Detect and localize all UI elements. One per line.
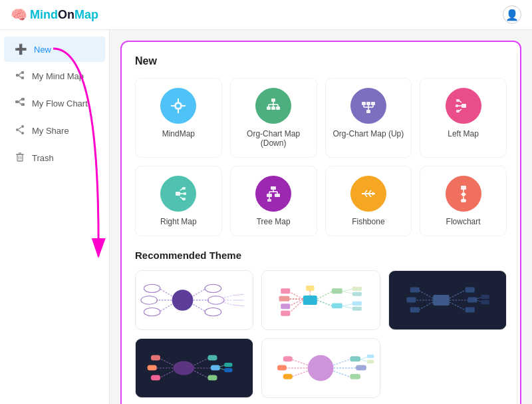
svg-rect-2 — [21, 77, 24, 79]
sidebar-item-my-share[interactable]: My Share — [4, 118, 105, 144]
map-item-fishbone[interactable]: Fishbone — [325, 166, 412, 236]
map-item-org-chart-up[interactable]: Org-Chart Map (Up) — [325, 78, 412, 158]
svg-rect-169 — [283, 374, 293, 379]
svg-marker-76 — [461, 192, 466, 197]
svg-rect-172 — [350, 374, 361, 379]
svg-rect-136 — [465, 307, 474, 313]
svg-rect-140 — [481, 300, 489, 304]
mindmap-label: MindMap — [162, 129, 195, 138]
svg-point-12 — [16, 128, 19, 131]
sidebar-label-flow-chart: My Flow Chart — [32, 99, 88, 108]
map-item-flowchart[interactable]: Flowchart — [420, 166, 507, 236]
map-item-mindmap[interactable]: MindMap — [135, 78, 222, 158]
right-map-label: Right Map — [160, 217, 197, 226]
svg-rect-65 — [275, 194, 280, 197]
theme-grid — [135, 270, 507, 398]
svg-rect-74 — [461, 186, 466, 190]
svg-point-80 — [172, 290, 194, 311]
svg-rect-6 — [21, 98, 25, 101]
svg-rect-170 — [350, 356, 361, 361]
svg-rect-50 — [456, 104, 458, 107]
svg-rect-151 — [151, 375, 160, 381]
map-item-right-map[interactable]: Right Map — [135, 166, 222, 236]
svg-rect-1 — [21, 71, 24, 74]
svg-rect-113 — [332, 303, 342, 308]
svg-rect-27 — [271, 99, 275, 102]
right-map-icon — [160, 176, 196, 212]
theme-card-5[interactable] — [261, 338, 380, 398]
svg-rect-114 — [306, 286, 314, 291]
map-item-left-map[interactable]: Left Map — [420, 78, 507, 158]
svg-line-4 — [19, 75, 21, 78]
svg-rect-36 — [362, 102, 366, 105]
svg-line-13 — [19, 127, 21, 129]
svg-rect-52 — [176, 192, 180, 196]
logo-text: MindOnMap — [30, 8, 98, 22]
theme-card-4[interactable] — [135, 338, 253, 398]
logo-icon: 🧠 — [11, 7, 27, 23]
svg-line-3 — [19, 73, 21, 75]
svg-rect-44 — [366, 110, 370, 113]
svg-rect-5 — [15, 101, 19, 103]
svg-rect-37 — [366, 102, 370, 105]
sidebar-label-new: New — [34, 45, 51, 55]
org-chart-up-label: Org-Chart Map (Up) — [333, 129, 404, 138]
svg-rect-171 — [356, 365, 366, 371]
sidebar-label-mind-map: My Mind Map — [32, 71, 84, 81]
svg-rect-35 — [276, 106, 280, 110]
svg-rect-7 — [21, 103, 25, 106]
svg-rect-131 — [410, 288, 419, 293]
sidebar-item-trash[interactable]: Trash — [4, 145, 105, 171]
svg-rect-122 — [352, 307, 362, 311]
svg-rect-149 — [151, 355, 160, 361]
mindmap-icon — [160, 88, 196, 124]
svg-rect-59 — [271, 186, 276, 190]
svg-rect-108 — [281, 288, 291, 294]
flowchart-icon — [446, 176, 481, 212]
map-grid: MindMap — [135, 78, 507, 236]
sidebar-item-new[interactable]: ➕ New — [4, 37, 105, 62]
svg-rect-121 — [352, 302, 362, 305]
new-section-title: New — [135, 55, 507, 67]
svg-rect-158 — [224, 368, 232, 372]
svg-rect-109 — [279, 296, 290, 302]
svg-rect-152 — [207, 355, 217, 361]
svg-rect-134 — [465, 288, 474, 293]
svg-rect-167 — [283, 356, 293, 361]
svg-rect-110 — [281, 303, 291, 309]
svg-line-9 — [19, 102, 21, 104]
left-map-icon — [446, 88, 481, 124]
svg-rect-56 — [182, 187, 186, 190]
svg-rect-117 — [352, 287, 362, 291]
theme-card-3[interactable] — [388, 270, 507, 330]
svg-rect-38 — [371, 102, 375, 105]
svg-rect-111 — [281, 311, 291, 316]
fishbone-label: Fishbone — [352, 217, 384, 226]
flowchart-label: Flowchart — [446, 217, 481, 226]
svg-rect-78 — [461, 199, 466, 202]
theme-card-1[interactable] — [135, 270, 253, 330]
user-avatar[interactable]: 👤 — [503, 5, 521, 24]
svg-rect-33 — [267, 106, 271, 110]
svg-rect-45 — [462, 104, 466, 108]
svg-rect-34 — [271, 106, 275, 110]
fishbone-icon — [350, 176, 386, 212]
theme-card-2[interactable] — [261, 270, 380, 330]
sidebar-item-my-mind-map[interactable]: My Mind Map — [4, 63, 105, 89]
content-area: New MindMap — [110, 30, 532, 404]
org-chart-up-icon — [350, 88, 386, 124]
map-item-tree-map[interactable]: Tree Map — [230, 166, 317, 236]
svg-rect-49 — [456, 99, 460, 102]
svg-rect-15 — [17, 154, 23, 161]
svg-rect-133 — [410, 307, 419, 313]
org-chart-down-label: Org-Chart Map (Down) — [236, 129, 311, 148]
flow-chart-icon — [15, 97, 25, 110]
svg-point-10 — [21, 125, 24, 128]
svg-rect-112 — [332, 288, 342, 294]
map-item-org-chart-down[interactable]: Org-Chart Map (Down) — [230, 78, 317, 158]
svg-rect-124 — [433, 295, 450, 305]
sidebar-item-my-flow-chart[interactable]: My Flow Chart — [4, 91, 105, 116]
svg-point-142 — [173, 361, 194, 375]
svg-rect-67 — [267, 199, 271, 202]
svg-rect-118 — [352, 292, 362, 296]
